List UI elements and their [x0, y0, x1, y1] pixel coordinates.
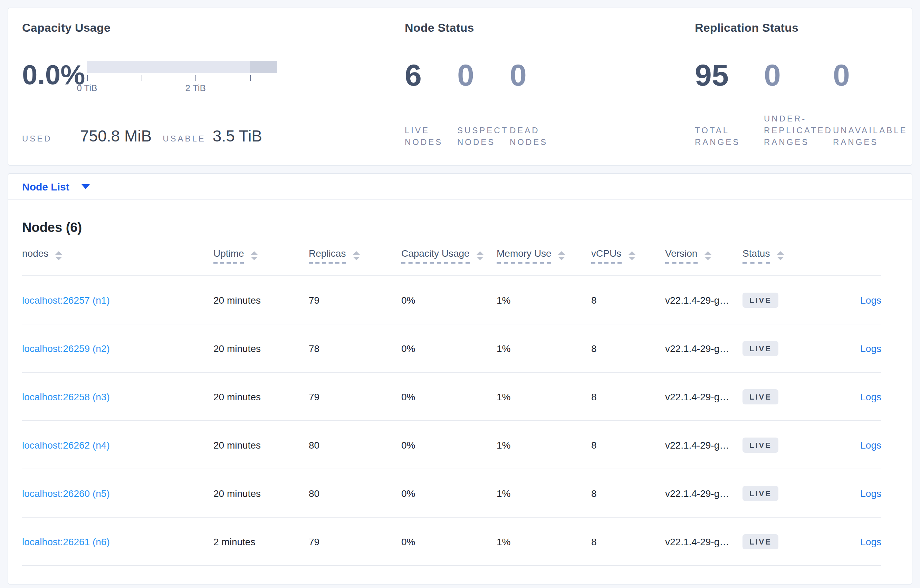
table-row: localhost:26261 (n6) 2 minutes 79 0% 1% … [22, 518, 881, 566]
live-nodes-count: 6 [405, 59, 457, 95]
node-link[interactable]: localhost:26260 (n5) [22, 488, 110, 499]
logs-link[interactable]: Logs [860, 439, 881, 450]
capacity-usage-section: Capacity Usage 0.0% 0 TiB 2 TiB [22, 20, 405, 165]
node-list-dropdown[interactable]: Node List [22, 181, 90, 192]
logs-link[interactable]: Logs [860, 342, 881, 354]
capacity-bar-track [87, 61, 277, 73]
axis-tick-label-2: 2 TiB [185, 83, 206, 93]
status-badge: LIVE [742, 292, 779, 307]
node-status-title: Node Status [405, 20, 695, 37]
live-nodes-label: LIVE NODES [405, 113, 457, 149]
replicas-cell: 79 [309, 391, 401, 402]
capacity-cell: 0% [401, 294, 497, 305]
logs-link[interactable]: Logs [860, 536, 881, 547]
node-link[interactable]: localhost:26259 (n2) [22, 342, 110, 354]
axis-tick [141, 75, 142, 81]
memory-cell: 1% [497, 294, 591, 305]
table-row: localhost:26262 (n4) 20 minutes 80 0% 1%… [22, 421, 881, 469]
under-replicated-ranges-label: UNDER- REPLICATED RANGES [764, 113, 833, 149]
sort-icon [353, 251, 360, 260]
cluster-overview-page: Capacity Usage 0.0% 0 TiB 2 TiB [0, 0, 920, 588]
column-header-vcpus[interactable]: vCPUs [591, 248, 665, 263]
node-link[interactable]: localhost:26262 (n4) [22, 439, 110, 450]
capacity-bar-tail-segment [250, 61, 277, 73]
uptime-cell: 20 minutes [214, 391, 309, 402]
axis-tick-label-0: 0 TiB [77, 83, 97, 93]
sort-icon [55, 251, 62, 260]
nodes-heading: Nodes (6) [22, 220, 881, 236]
column-header-memory-use[interactable]: Memory Use [497, 248, 591, 263]
capacity-cell: 0% [401, 488, 497, 499]
replicas-cell: 79 [309, 536, 401, 547]
nodes-table-container: Nodes (6) nodes Uptime Replicas Capacity… [8, 220, 912, 566]
replicas-cell: 78 [309, 342, 401, 354]
uptime-cell: 20 minutes [214, 439, 309, 450]
capacity-usage-title: Capacity Usage [22, 20, 405, 37]
table-row: localhost:26259 (n2) 20 minutes 78 0% 1%… [22, 325, 881, 373]
suspect-nodes-count: 0 [457, 59, 510, 95]
unavailable-ranges-label: UNAVAILABLE RANGES [833, 113, 902, 149]
column-header-status[interactable]: Status [742, 248, 832, 263]
sort-icon [704, 251, 711, 260]
node-list-dropdown-label: Node List [22, 181, 70, 192]
node-link[interactable]: localhost:26261 (n6) [22, 536, 110, 547]
table-row: localhost:26258 (n3) 20 minutes 79 0% 1%… [22, 373, 881, 421]
version-cell: v22.1.4-29-g… [665, 391, 742, 402]
vcpus-cell: 8 [591, 342, 665, 354]
replicas-cell: 80 [309, 488, 401, 499]
usable-label: USABLE [163, 134, 206, 144]
uptime-cell: 20 minutes [214, 342, 309, 354]
status-badge: LIVE [742, 341, 779, 356]
column-header-nodes[interactable]: nodes [22, 248, 214, 263]
memory-cell: 1% [497, 536, 591, 547]
column-header-version[interactable]: Version [665, 248, 742, 263]
replicas-cell: 80 [309, 439, 401, 450]
usable-value: 3.5 TiB [213, 127, 262, 145]
vcpus-cell: 8 [591, 439, 665, 450]
logs-link[interactable]: Logs [860, 294, 881, 305]
status-badge: LIVE [742, 389, 779, 404]
replicas-cell: 79 [309, 294, 401, 305]
unavailable-ranges-count: 0 [833, 59, 902, 95]
sort-icon [559, 251, 565, 260]
chevron-down-icon [82, 184, 90, 189]
axis-tick [196, 75, 196, 81]
uptime-cell: 20 minutes [214, 488, 309, 499]
column-header-uptime[interactable]: Uptime [214, 248, 309, 263]
node-status-section: Node Status 6 0 0 LIVE NODES SUSPECT NOD… [405, 20, 695, 165]
sort-icon [476, 251, 483, 260]
axis-tick [87, 75, 88, 81]
under-replicated-ranges-count: 0 [764, 59, 833, 95]
capacity-bar-chart: 0 TiB 2 TiB [87, 61, 277, 95]
vcpus-cell: 8 [591, 488, 665, 499]
capacity-bar-axis: 0 TiB 2 TiB [87, 73, 277, 94]
capacity-cell: 0% [401, 342, 497, 354]
dead-nodes-count: 0 [510, 59, 562, 95]
replication-status-section: Replication Status 95 0 0 TOTAL RANGES U… [695, 20, 912, 165]
column-header-capacity-usage[interactable]: Capacity Usage [401, 248, 497, 263]
capacity-cell: 0% [401, 536, 497, 547]
capacity-percent-value: 0.0% [22, 59, 81, 95]
logs-link[interactable]: Logs [860, 488, 881, 499]
replication-status-title: Replication Status [695, 20, 912, 37]
memory-cell: 1% [497, 488, 591, 499]
table-row: localhost:26260 (n5) 20 minutes 80 0% 1%… [22, 469, 881, 518]
uptime-cell: 2 minutes [214, 536, 309, 547]
node-link[interactable]: localhost:26258 (n3) [22, 391, 110, 402]
capacity-cell: 0% [401, 439, 497, 450]
version-cell: v22.1.4-29-g… [665, 488, 742, 499]
suspect-nodes-label: SUSPECT NODES [457, 113, 510, 149]
logs-link[interactable]: Logs [860, 391, 881, 402]
sort-icon [251, 251, 258, 260]
vcpus-cell: 8 [591, 294, 665, 305]
vcpus-cell: 8 [591, 391, 665, 402]
version-cell: v22.1.4-29-g… [665, 294, 742, 305]
cluster-summary-card: Capacity Usage 0.0% 0 TiB 2 TiB [8, 8, 912, 166]
table-row: localhost:26257 (n1) 20 minutes 79 0% 1%… [22, 276, 881, 325]
column-header-replicas[interactable]: Replicas [309, 248, 401, 263]
memory-cell: 1% [497, 439, 591, 450]
node-link[interactable]: localhost:26257 (n1) [22, 294, 110, 305]
status-badge: LIVE [742, 486, 779, 501]
axis-tick [250, 75, 250, 81]
uptime-cell: 20 minutes [214, 294, 309, 305]
